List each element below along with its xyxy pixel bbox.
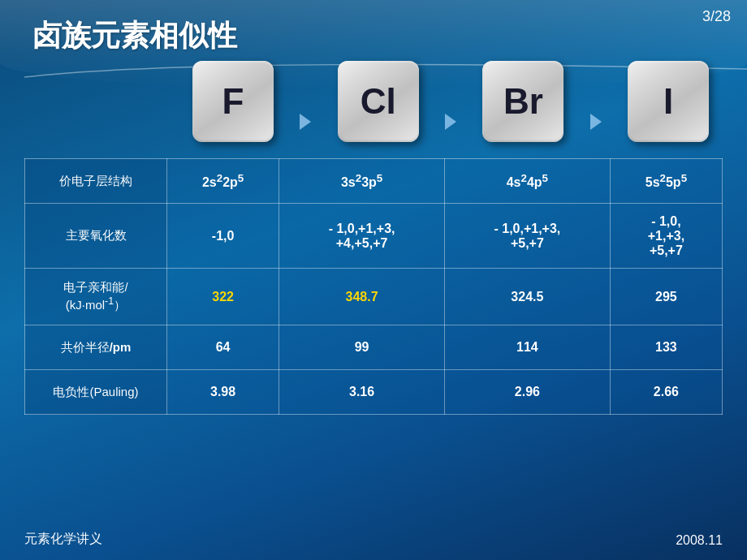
element-symbol-br: Br	[503, 81, 543, 122]
data-table-container: 价电子层结构 2s22p5 3s23p5 4s24p5 5s25p5 主要氧化数…	[24, 158, 723, 415]
value-ea-br: 324.5	[444, 269, 610, 325]
value-valence-br: 4s24p5	[444, 159, 610, 204]
label-oxidation: 主要氧化数	[25, 204, 167, 269]
label-electron-affinity: 电子亲和能/(kJ·mol-1）	[25, 269, 167, 325]
label-valence: 价电子层结构	[25, 159, 167, 204]
table-row-valence: 价电子层结构 2s22p5 3s23p5 4s24p5 5s25p5	[25, 159, 723, 204]
slide-number: 3/28	[702, 8, 731, 25]
arrow-f-cl	[296, 114, 316, 130]
elements-row: F Cl Br I	[171, 61, 731, 142]
page-title: 卤族元素相似性	[32, 16, 237, 56]
table-row-oxidation: 主要氧化数 -1,0 - 1,0,+1,+3,+4,+5,+7 - 1,0,+1…	[25, 204, 723, 269]
element-slot-f: F	[171, 61, 296, 142]
value-ea-f: 322	[167, 269, 279, 325]
arrow-icon-1	[300, 114, 311, 130]
arrow-icon-2	[445, 114, 456, 130]
value-cr-f: 64	[167, 325, 279, 370]
element-slot-cl: Cl	[316, 61, 441, 142]
value-valence-cl: 3s23p5	[279, 159, 445, 204]
footer-left: 元素化学讲义	[24, 531, 102, 548]
value-cr-i: 133	[610, 325, 722, 370]
arrow-icon-3	[590, 114, 602, 130]
properties-table: 价电子层结构 2s22p5 3s23p5 4s24p5 5s25p5 主要氧化数…	[24, 158, 723, 415]
element-slot-i: I	[606, 61, 731, 142]
value-en-br: 2.96	[444, 370, 610, 415]
slide: 3/28 卤族元素相似性 F Cl Br I	[0, 0, 747, 560]
value-en-i: 2.66	[610, 370, 722, 415]
element-slot-br: Br	[461, 61, 586, 142]
label-electronegativity: 电负性(Pauling)	[25, 370, 167, 415]
arrow-br-i	[585, 114, 606, 130]
element-symbol-f: F	[222, 81, 244, 122]
value-cr-br: 114	[444, 325, 610, 370]
value-ea-cl: 348.7	[279, 269, 445, 325]
value-cr-cl: 99	[279, 325, 445, 370]
value-valence-i: 5s25p5	[610, 159, 722, 204]
table-row-electronegativity: 电负性(Pauling) 3.98 3.16 2.96 2.66	[25, 370, 723, 415]
value-oxidation-br: - 1,0,+1,+3,+5,+7	[444, 204, 610, 269]
value-oxidation-f: -1,0	[167, 204, 279, 269]
label-covalent-radius: 共价半径/pm	[25, 325, 167, 370]
value-ea-i: 295	[610, 269, 722, 325]
value-valence-f: 2s22p5	[167, 159, 279, 204]
value-en-cl: 3.16	[279, 370, 445, 415]
table-row-covalent-radius: 共价半径/pm 64 99 114 133	[25, 325, 723, 370]
element-icon-i: I	[628, 61, 709, 142]
footer-right: 2008.11	[676, 533, 723, 548]
value-en-f: 3.98	[167, 370, 279, 415]
element-icon-f: F	[192, 61, 274, 142]
value-oxidation-i: - 1,0,+1,+3,+5,+7	[610, 204, 722, 269]
element-symbol-i: I	[663, 81, 673, 122]
element-icon-cl: Cl	[338, 61, 419, 142]
arrow-cl-br	[441, 114, 461, 130]
table-row-electron-affinity: 电子亲和能/(kJ·mol-1） 322 348.7 324.5 295	[25, 269, 723, 325]
element-icon-br: Br	[482, 61, 563, 142]
element-symbol-cl: Cl	[361, 81, 396, 122]
value-oxidation-cl: - 1,0,+1,+3,+4,+5,+7	[279, 204, 445, 269]
